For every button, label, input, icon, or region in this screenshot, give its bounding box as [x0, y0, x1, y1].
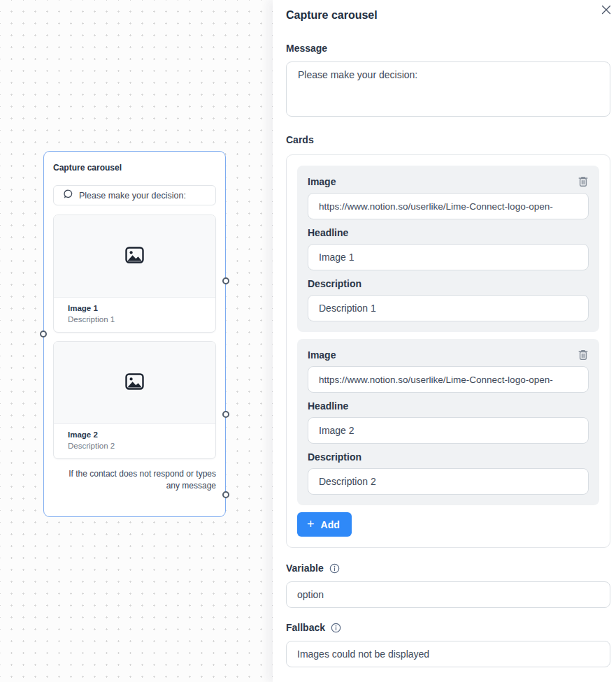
node-fallback-note: If the contact does not respond or types…: [54, 468, 216, 493]
add-card-button[interactable]: + Add: [297, 512, 352, 537]
output-handle-card-1[interactable]: [222, 277, 229, 284]
info-icon[interactable]: [331, 623, 341, 633]
trash-icon: [578, 179, 589, 189]
fallback-label: Fallback: [286, 622, 325, 633]
card-image-area: [54, 342, 215, 424]
variable-label-row: Variable: [286, 563, 610, 574]
info-icon[interactable]: [329, 563, 340, 574]
fallback-label-row: Fallback: [286, 622, 610, 633]
headline-input[interactable]: [308, 417, 589, 444]
carousel-card-preview: Image 1 Description 1: [53, 215, 216, 333]
cards-container: Image Headline Description Image: [286, 154, 610, 548]
speech-bubble-icon: [63, 189, 73, 202]
description-input[interactable]: [308, 468, 589, 495]
image-url-input[interactable]: [308, 193, 589, 219]
card-headline: Image 2: [68, 430, 207, 439]
image-label: Image: [308, 176, 336, 187]
capture-carousel-settings-panel: Capture carousel Message Please make you…: [273, 0, 616, 682]
image-placeholder-icon: [125, 247, 144, 266]
cards-label: Cards: [286, 134, 610, 145]
delete-card-button[interactable]: [578, 175, 589, 187]
card-text-area: Image 1 Description 1: [54, 298, 215, 332]
description-input[interactable]: [308, 295, 589, 321]
input-handle[interactable]: [40, 331, 47, 338]
card-editor-2: Image Headline Description: [297, 339, 599, 505]
panel-title: Capture carousel: [286, 9, 610, 22]
card-description: Description 1: [68, 315, 207, 324]
headline-label: Headline: [308, 227, 589, 238]
close-panel-button[interactable]: [598, 2, 615, 19]
node-message-text: Please make your decision:: [79, 191, 186, 201]
delete-card-button[interactable]: [578, 349, 589, 361]
variable-label: Variable: [286, 563, 324, 574]
card-headline: Image 1: [68, 304, 207, 312]
image-url-input[interactable]: [308, 366, 589, 393]
fallback-input[interactable]: [286, 641, 610, 667]
card-image-area: [54, 215, 215, 298]
card-description: Description 2: [68, 442, 207, 450]
description-label: Description: [308, 451, 589, 463]
output-handle-fallback[interactable]: [222, 491, 229, 498]
close-icon: [601, 4, 612, 17]
output-handle-card-2[interactable]: [222, 411, 229, 418]
message-textarea[interactable]: Please make your decision:: [286, 61, 610, 117]
message-label: Message: [286, 43, 610, 54]
description-label: Description: [308, 278, 589, 289]
card-editor-1: Image Headline Description: [297, 166, 599, 332]
node-title: Capture carousel: [53, 163, 216, 173]
capture-carousel-node[interactable]: Capture carousel Please make your decisi…: [43, 151, 226, 517]
image-label: Image: [308, 349, 336, 361]
card-text-area: Image 2 Description 2: [54, 424, 215, 458]
image-placeholder-icon: [125, 373, 144, 393]
trash-icon: [578, 352, 589, 363]
variable-input[interactable]: [286, 581, 610, 608]
plus-icon: +: [307, 518, 315, 530]
headline-label: Headline: [308, 400, 589, 412]
node-message-preview: Please make your decision:: [53, 185, 216, 205]
add-button-label: Add: [321, 519, 340, 530]
headline-input[interactable]: [308, 244, 589, 270]
flow-canvas[interactable]: Capture carousel Please make your decisi…: [0, 0, 273, 682]
carousel-card-preview: Image 2 Description 2: [53, 341, 216, 459]
